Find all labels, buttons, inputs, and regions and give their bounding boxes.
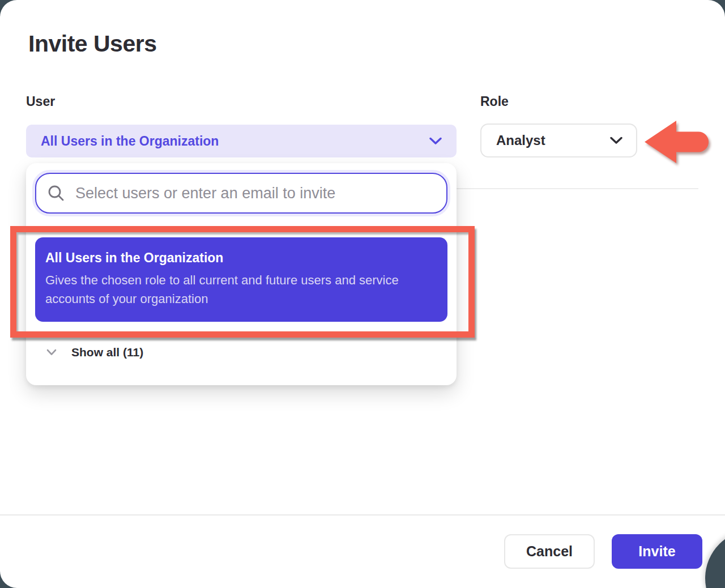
- screen-backdrop: Invite Users User Role All Users in the …: [0, 0, 725, 588]
- option-title: All Users in the Organization: [45, 250, 436, 266]
- option-all-users-in-organization[interactable]: All Users in the Organization Gives the …: [35, 237, 447, 322]
- user-dropdown-panel: All Users in the Organization Gives the …: [26, 163, 457, 385]
- show-all-label: Show all (11): [71, 346, 143, 359]
- page-title: Invite Users: [28, 31, 156, 57]
- show-all-toggle[interactable]: Show all (11): [26, 342, 457, 363]
- user-select-value: All Users in the Organization: [41, 134, 429, 149]
- user-field-label: User: [26, 94, 55, 109]
- invite-button[interactable]: Invite: [612, 534, 702, 569]
- cancel-button[interactable]: Cancel: [504, 534, 595, 569]
- chevron-down-icon: [429, 137, 442, 145]
- user-search-input[interactable]: [75, 185, 432, 202]
- chevron-down-icon: [610, 137, 622, 144]
- role-select[interactable]: Analyst: [480, 123, 637, 157]
- user-select[interactable]: All Users in the Organization: [26, 125, 457, 157]
- search-icon: [47, 184, 65, 202]
- chevron-down-icon: [46, 349, 57, 356]
- role-field-label: Role: [480, 94, 509, 109]
- chat-widget-button[interactable]: [705, 530, 725, 588]
- annotation-arrow-shape: [645, 121, 709, 163]
- invite-users-modal: Invite Users User Role All Users in the …: [0, 0, 725, 588]
- option-description: Gives the chosen role to all current and…: [45, 271, 436, 308]
- annotation-arrow-icon: [645, 120, 709, 167]
- user-search-box[interactable]: [35, 173, 447, 214]
- footer-divider: [0, 514, 725, 515]
- role-select-value: Analyst: [496, 133, 610, 148]
